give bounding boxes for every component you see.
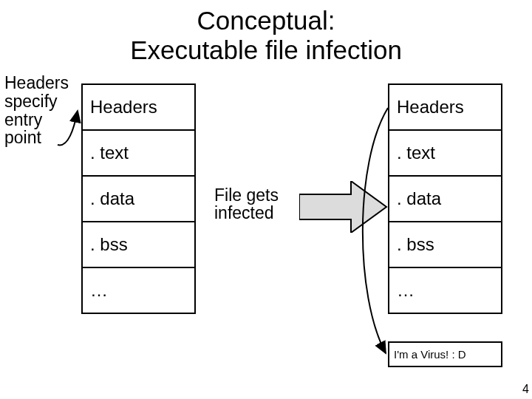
left-file-sections: Headers . text . data . bss … bbox=[81, 83, 196, 314]
left-bss-cell: . bss bbox=[83, 222, 194, 268]
entry-point-annotation: Headers specify entry point bbox=[4, 74, 75, 147]
title-line-2: Executable file infection bbox=[130, 35, 402, 64]
right-text-cell: . text bbox=[389, 131, 501, 177]
right-file-sections: Headers . text . data . bss … bbox=[388, 83, 502, 314]
svg-marker-0 bbox=[299, 181, 386, 233]
right-bss-cell: . bss bbox=[389, 222, 501, 268]
left-text-cell: . text bbox=[83, 131, 194, 177]
title-line-1: Conceptual: bbox=[197, 6, 335, 35]
virus-cell: I'm a Virus! : D bbox=[388, 341, 502, 367]
slide-title: Conceptual: Executable file infection bbox=[0, 6, 532, 66]
right-headers-cell: Headers bbox=[389, 85, 501, 131]
big-arrow-icon bbox=[299, 181, 388, 233]
left-headers-cell: Headers bbox=[83, 85, 194, 131]
arrow-label: File gets infected bbox=[214, 186, 296, 222]
left-data-cell: . data bbox=[83, 177, 194, 222]
page-number: 4 bbox=[522, 383, 529, 396]
right-data-cell: . data bbox=[389, 177, 501, 222]
left-ellipsis-cell: … bbox=[83, 268, 194, 313]
right-ellipsis-cell: … bbox=[389, 268, 501, 313]
